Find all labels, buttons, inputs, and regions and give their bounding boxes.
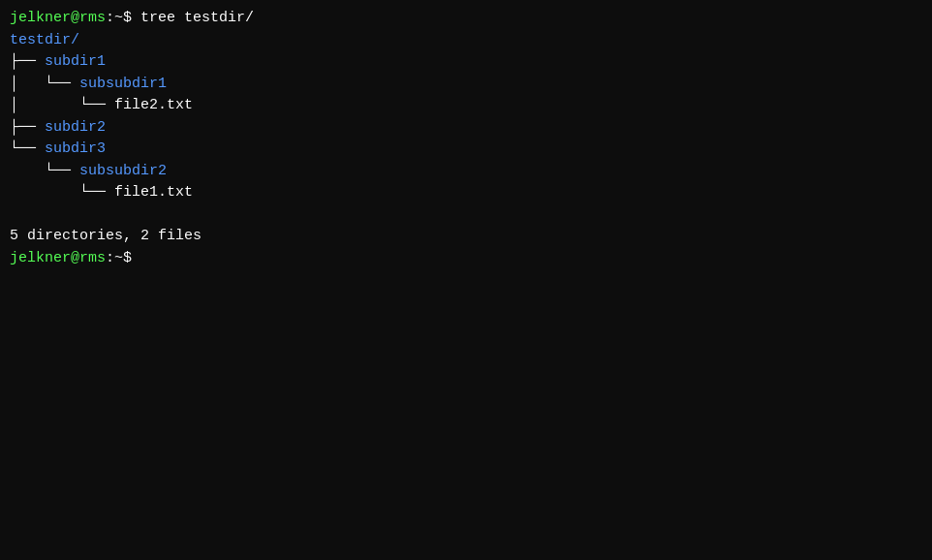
prompt-separator: :~$ bbox=[106, 8, 132, 30]
terminal-window: jelkner@rms :~$ tree testdir/ testdir/ ├… bbox=[10, 8, 922, 269]
tree-indent: │ └── bbox=[10, 74, 79, 96]
final-prompt-user-host: jelkner@rms bbox=[10, 248, 106, 270]
tree-indent: └── bbox=[10, 182, 114, 204]
summary-line: 5 directories, 2 files bbox=[10, 226, 922, 248]
root-dir: testdir/ bbox=[10, 30, 79, 52]
command-line: jelkner@rms :~$ tree testdir/ bbox=[10, 8, 922, 30]
tree-indent: └── bbox=[10, 161, 79, 183]
summary-text: 5 directories, 2 files bbox=[10, 226, 202, 248]
dir-subdir3: subdir3 bbox=[45, 139, 106, 161]
root-dir-line: testdir/ bbox=[10, 30, 922, 52]
cursor[interactable] bbox=[132, 248, 140, 270]
tree-row-subsubdir2: └── subsubdir2 bbox=[10, 161, 922, 183]
dir-subdir1: subdir1 bbox=[45, 51, 106, 74]
tree-row-file2: │ └── file2.txt bbox=[10, 95, 922, 117]
dir-subsubdir1: subsubdir1 bbox=[79, 74, 167, 96]
tree-indent: ├── bbox=[10, 117, 45, 140]
tree-row-subdir3: └── subdir3 bbox=[10, 139, 922, 161]
prompt-user-host: jelkner@rms bbox=[10, 8, 106, 30]
dir-subdir2: subdir2 bbox=[45, 117, 106, 140]
tree-indent: ├── bbox=[10, 51, 45, 74]
dir-subsubdir2: subsubdir2 bbox=[79, 161, 167, 183]
final-prompt-line[interactable]: jelkner@rms :~$ bbox=[10, 248, 922, 270]
tree-row-subdir1: ├── subdir1 bbox=[10, 51, 922, 74]
file-file1txt: file1.txt bbox=[114, 182, 193, 204]
tree-indent: │ └── bbox=[10, 95, 114, 117]
empty-line bbox=[10, 204, 922, 227]
final-prompt-separator: :~$ bbox=[106, 248, 132, 270]
command-text: tree testdir/ bbox=[132, 8, 254, 30]
tree-indent: └── bbox=[10, 139, 45, 161]
file-file2txt: file2.txt bbox=[114, 95, 193, 117]
tree-row-file1: └── file1.txt bbox=[10, 182, 922, 204]
tree-row-subsubdir1: │ └── subsubdir1 bbox=[10, 74, 922, 96]
tree-row-subdir2: ├── subdir2 bbox=[10, 117, 922, 140]
